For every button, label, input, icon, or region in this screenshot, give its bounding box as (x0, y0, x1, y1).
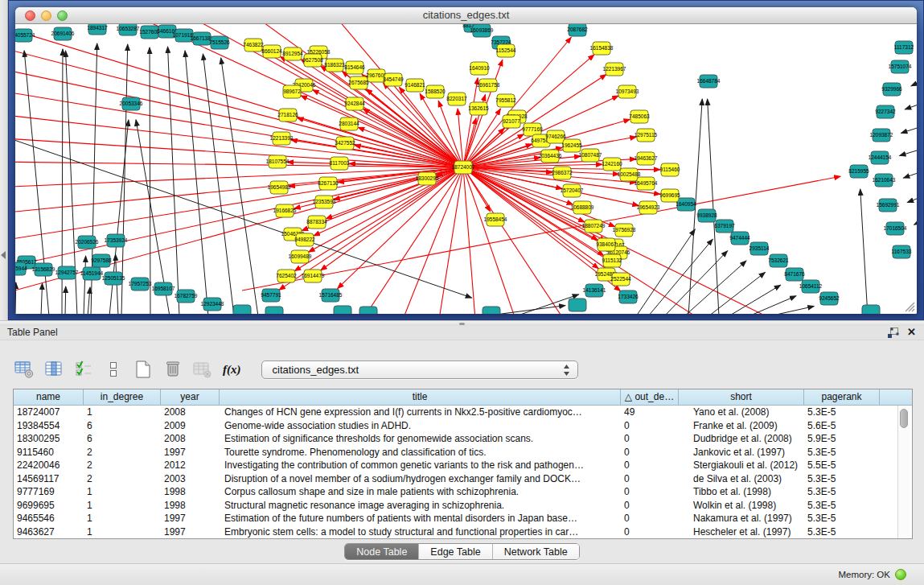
network-node[interactable]: 12444154 (869, 151, 892, 164)
network-node[interactable]: 10973493 (616, 85, 639, 98)
network-node[interactable]: 18724007 (452, 161, 475, 174)
network-node[interactable]: 9227342 (875, 105, 896, 118)
new-table-icon[interactable] (132, 359, 154, 380)
network-node[interactable]: 7515526 (209, 36, 230, 49)
network-node[interactable]: 18300295 (416, 172, 439, 185)
network-node[interactable] (233, 305, 251, 314)
network-node[interactable]: 8912954 (282, 47, 303, 60)
network-node[interactable]: 24055724 (15, 29, 35, 42)
table-header-row[interactable]: namein_degreeyeartitle△ out_de…shortpage… (14, 389, 912, 406)
network-node[interactable]: 9245652 (819, 292, 840, 305)
network-node[interactable]: 1640910 (469, 62, 490, 75)
network-node[interactable]: 12353593 (313, 196, 336, 208)
network-node[interactable]: 7463822 (243, 39, 264, 51)
column-header-title[interactable]: title (220, 389, 621, 405)
network-node[interactable]: 7532621 (768, 254, 789, 267)
network-node[interactable]: 16958107 (152, 282, 175, 295)
network-node[interactable]: 19463627 (634, 152, 658, 165)
tab-node-table[interactable]: Node Table (345, 544, 419, 559)
function-builder-icon[interactable]: f(x) (223, 363, 241, 377)
network-canvas[interactable]: 2405572420691406189431710653287152760264… (15, 24, 917, 314)
network-node[interactable]: 16961758 (477, 79, 500, 92)
network-node[interactable]: 12923448 (201, 298, 224, 311)
network-node[interactable]: 12975115 (634, 129, 658, 142)
network-node[interactable] (359, 307, 377, 314)
network-node[interactable]: 2803144 (339, 117, 359, 130)
network-node[interactable]: 20691406 (51, 27, 75, 40)
column-header-pagerank[interactable]: pagerank (804, 389, 880, 405)
network-node[interactable]: 8186323 (324, 59, 345, 72)
table-row[interactable]: 911546021997Tourette syndrome. Phenomeno… (14, 446, 912, 459)
tab-edge-table[interactable]: Edge Table (419, 544, 492, 559)
network-node[interactable]: 12213967 (603, 63, 626, 76)
network-node[interactable]: 16154838 (590, 42, 614, 55)
network-node[interactable]: 16782759 (175, 290, 198, 303)
network-window[interactable]: citations_edges.txt 24055724206914061894… (15, 7, 917, 314)
network-node[interactable]: 19166825 (273, 204, 297, 217)
network-node[interactable]: 2718126 (277, 109, 298, 122)
network-node[interactable]: 19654983 (268, 181, 291, 194)
import-table-icon[interactable] (191, 359, 214, 380)
network-node[interactable]: 10688809 (571, 201, 594, 214)
network-node[interactable]: 8878334 (306, 216, 327, 229)
network-node[interactable]: 9457791 (261, 289, 281, 302)
table-source-dropdown[interactable]: citations_edges.txt (261, 360, 578, 379)
float-window-icon[interactable] (888, 328, 899, 338)
table-row[interactable]: 1938455462009Genome-wide association stu… (14, 419, 912, 433)
network-node[interactable]: 11451944 (80, 267, 104, 280)
network-node[interactable]: 9329966 (881, 83, 902, 96)
column-select-icon[interactable] (43, 359, 65, 380)
minimize-window-icon[interactable] (41, 10, 51, 21)
network-node[interactable]: 16495764 (634, 177, 658, 190)
scrollbar-thumb[interactable] (900, 409, 908, 428)
network-node[interactable]: 12505135 (102, 272, 125, 285)
network-node[interactable]: 2675685 (348, 76, 369, 89)
splitter-grip[interactable] (459, 323, 465, 325)
network-node[interactable]: 1242160 (602, 158, 622, 171)
table-row[interactable]: 1456911722003Disruption of a novel membe… (14, 472, 912, 486)
network-node[interactable]: 3427552 (335, 137, 355, 150)
close-window-icon[interactable] (25, 10, 35, 21)
network-node[interactable]: 13156829 (32, 263, 55, 276)
network-node[interactable]: 1588520 (425, 85, 446, 98)
network-node[interactable]: 12213393 (270, 132, 294, 145)
network-node[interactable]: 18807249 (582, 220, 606, 233)
network-node[interactable]: 17353924 (105, 234, 128, 247)
network-node[interactable]: 2986372 (552, 167, 573, 179)
table-row[interactable]: 1830029562008Estimation of significance … (14, 432, 912, 446)
network-node[interactable]: 8454749 (383, 73, 404, 86)
column-header-in_degree[interactable]: in_degree (84, 389, 161, 405)
network-node[interactable] (862, 305, 880, 314)
network-node[interactable]: 1894317 (87, 24, 108, 35)
network-node[interactable]: 9474444 (729, 232, 750, 245)
table-row[interactable]: 969969511998Structural magnetic resonanc… (14, 499, 912, 513)
network-window-titlebar[interactable]: citations_edges.txt (15, 7, 917, 24)
zoom-window-icon[interactable] (57, 10, 68, 21)
close-panel-icon[interactable]: ✕ (907, 327, 916, 338)
network-node[interactable]: 2935114 (749, 242, 770, 255)
network-node[interactable]: 20364436 (539, 150, 562, 163)
network-node[interactable]: 20206526 (76, 236, 99, 249)
network-node[interactable]: 2522544 (610, 273, 631, 286)
table-row[interactable]: 946362711997Embryonic stem cells: a mode… (14, 525, 912, 539)
network-node[interactable]: 19654923 (637, 201, 660, 214)
network-node[interactable]: 1733426 (618, 290, 639, 303)
column-header-name[interactable]: name (14, 389, 84, 405)
network-node[interactable]: 10653287 (117, 24, 140, 35)
network-node[interactable]: 8660124 (261, 45, 282, 58)
network-node[interactable]: 8267130 (318, 177, 339, 190)
column-header-out_de[interactable]: △ out_de… (621, 389, 679, 405)
network-node[interactable]: 9115132 (602, 254, 622, 267)
network-node[interactable]: 8117003 (330, 157, 350, 170)
network-node[interactable]: 16914479 (302, 270, 325, 282)
network-node[interactable]: 19558454 (484, 213, 507, 226)
table-row[interactable]: 2242004622012Investigating the contribut… (14, 459, 912, 472)
network-node[interactable]: 12942757 (55, 266, 79, 279)
network-node[interactable]: 1117312 (894, 41, 914, 54)
horizontal-splitter[interactable] (0, 320, 924, 326)
table-row[interactable]: 977716911998Corpus callosum shape and si… (14, 485, 912, 499)
table-row[interactable]: 946554611997Estimation of the future num… (14, 512, 912, 525)
network-node[interactable] (569, 299, 586, 311)
resize-grip-icon[interactable] (902, 299, 915, 312)
network-node[interactable] (265, 307, 283, 314)
